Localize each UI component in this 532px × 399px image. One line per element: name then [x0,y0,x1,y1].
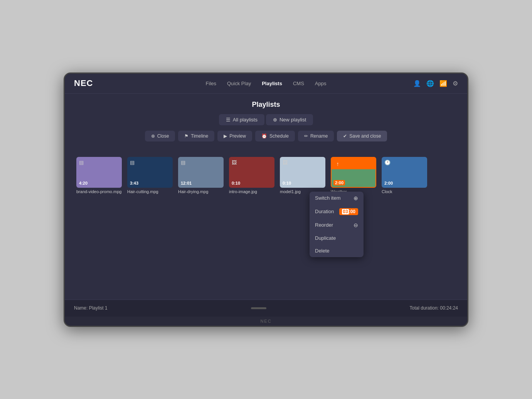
media-thumb-0: ▤ 4:20 [76,157,122,188]
ctx-duration[interactable]: Duration 03:00 [310,205,364,219]
duration-6: 2:00 [384,181,393,185]
duration-5: 2:00 [333,180,345,185]
bottom-bar: Name: Playlist 1 Total duration: 00:24:2… [65,300,467,317]
media-card-2[interactable]: ▤ 12:01 Hair-drying.mpg [178,157,224,194]
video-icon-2: ▤ [181,160,185,165]
ctx-reorder[interactable]: Reorder ⊖ [310,219,364,232]
duration-4: 0:10 [283,181,291,185]
image-icon-3: 🖼 [232,160,237,165]
media-thumb-2: ▤ 12:01 [178,157,224,188]
timeline-label: Timeline [191,133,208,139]
duration-0: 4:20 [79,181,88,185]
rename-label: Rename [310,133,328,139]
media-card-4[interactable]: 🖼 0:10 model1.jpg [280,157,325,194]
nav-links: Files Quick Play Playlists CMS Apps [206,81,327,86]
plus-circle-icon: ⊕ [273,117,277,123]
list-icon: ☰ [226,117,231,123]
nav-apps[interactable]: Apps [315,81,327,86]
rename-button[interactable]: ✏ Rename [298,131,334,141]
playlist-tabs: ☰ All playlists ⊕ New playlist [219,114,313,125]
ctx-minus-icon: ⊖ [354,222,358,228]
tab-new-playlist[interactable]: ⊕ New playlist [266,114,313,125]
ctx-delete[interactable]: Delete [310,244,364,257]
media-card-0[interactable]: ▤ 4:20 brand-video-promo.mpg [76,157,122,194]
media-card-5[interactable]: ↑ 2:00 Weather [331,157,376,194]
nav-quickplay[interactable]: Quick Play [227,81,251,86]
duration-3: 0:10 [232,181,240,185]
arrow-icon-5: ↑ [333,160,342,168]
top-nav: NEC Files Quick Play Playlists CMS Apps … [65,74,467,94]
media-name-1: Hair-cutting.mpg [127,189,173,194]
video-icon-0: ▤ [79,160,84,165]
close-icon: ⊗ [151,133,155,139]
playlist-section-title: Playlists [252,101,280,109]
tab-new-playlist-label: New playlist [279,117,306,123]
play-icon: ▶ [224,133,227,139]
edit-icon: ✏ [304,133,308,139]
top-icons: 👤 🌐 📶 ⚙ [413,80,458,87]
media-name-3: intro-image.jpg [229,189,274,194]
context-menu: Switch item ⊕ Duration 03:00 Reorder ⊖ D… [310,192,364,257]
preview-button[interactable]: ▶ Preview [217,131,252,141]
nav-playlists[interactable]: Playlists [262,81,282,86]
save-close-button[interactable]: ✔ Save and close [337,131,387,141]
settings-icon[interactable]: ⚙ [453,80,458,87]
tv-display: NEC Files Quick Play Playlists CMS Apps … [64,72,468,327]
schedule-label: Schedule [269,133,289,139]
ctx-duration-label: Duration [315,209,334,214]
content-area: ▤ 4:20 brand-video-promo.mpg ▤ 3:43 Hair… [65,149,467,300]
media-name-0: brand-video-promo.mpg [76,189,122,194]
media-card-6[interactable]: 🕐 2:00 Clock [382,157,427,194]
close-label: Close [157,133,169,139]
duration-highlight: 03 [342,209,348,214]
media-thumb-5: ↑ 2:00 [331,157,376,188]
total-duration: Total duration: 00:24:24 [410,305,458,311]
preview-label: Preview [229,133,246,139]
clock-icon-6: 🕐 [384,160,391,165]
nav-cms[interactable]: CMS [293,81,304,86]
globe-icon[interactable]: 🌐 [426,80,434,87]
wifi-icon[interactable]: 📶 [439,80,447,87]
schedule-icon: ⏰ [261,133,267,139]
ctx-duplicate-label: Duplicate [315,235,336,241]
tab-all-playlists-label: All playlists [233,117,258,123]
playlist-header: Playlists ☰ All playlists ⊕ New playlist… [65,94,467,149]
media-thumb-4: 🖼 0:10 [280,157,325,188]
media-thumb-6: 🕐 2:00 [382,157,427,188]
ctx-reorder-label: Reorder [315,222,333,228]
toolbar: ⊗ Close ⚑ Timeline ▶ Preview ⏰ Schedule … [145,131,387,141]
tv-bottom: NEC [65,317,467,326]
timeline-button[interactable]: ⚑ Timeline [178,131,214,141]
video-icon-1: ▤ [130,160,135,165]
duration-1: 3:43 [130,181,138,185]
ctx-duration-value[interactable]: 03:00 [339,208,358,215]
tv-screen: NEC Files Quick Play Playlists CMS Apps … [65,74,467,317]
ctx-plus-icon: ⊕ [354,195,358,201]
timeline-icon: ⚑ [184,133,189,139]
media-row: ▤ 4:20 brand-video-promo.mpg ▤ 3:43 Hair… [76,153,456,198]
tv-brand-bottom: NEC [260,319,271,323]
image-icon-4: 🖼 [283,160,288,165]
ctx-duplicate[interactable]: Duplicate [310,232,364,244]
ctx-switch-item[interactable]: Switch item ⊕ [310,192,364,205]
media-name-2: Hair-drying.mpg [178,189,224,194]
tab-all-playlists[interactable]: ☰ All playlists [219,114,264,125]
media-card-3[interactable]: 🖼 0:10 intro-image.jpg [229,157,274,194]
ctx-switch-label: Switch item [315,195,340,201]
close-button[interactable]: ⊗ Close [145,131,175,141]
media-thumb-3: 🖼 0:10 [229,157,274,188]
playlist-name: Name: Playlist 1 [74,305,108,311]
media-card-1[interactable]: ▤ 3:43 Hair-cutting.mpg [127,157,173,194]
media-thumb-1: ▤ 3:43 [127,157,173,188]
save-close-label: Save and close [349,133,381,139]
check-icon: ✔ [343,133,347,139]
duration-2: 12:01 [181,181,192,185]
brand-logo: NEC [74,78,93,88]
media-name-6: Clock [382,189,427,194]
user-icon[interactable]: 👤 [413,80,421,87]
ctx-delete-label: Delete [315,248,330,254]
nav-files[interactable]: Files [206,81,216,86]
schedule-button[interactable]: ⏰ Schedule [255,131,295,141]
bottom-handle[interactable] [251,307,266,309]
